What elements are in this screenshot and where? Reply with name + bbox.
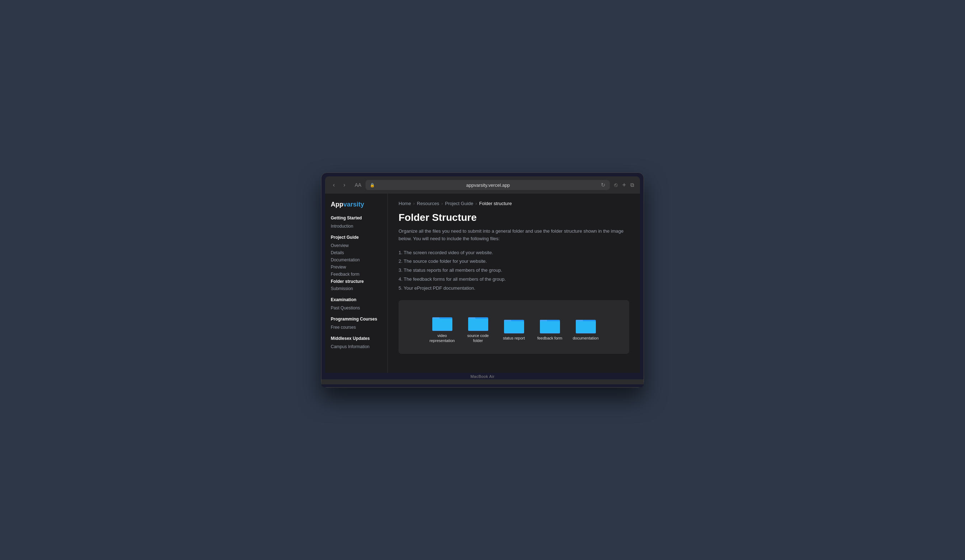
file-list-item-5: 5. Your eProject PDF documentation. <box>399 284 629 293</box>
breadcrumb-resources[interactable]: Resources <box>417 201 439 206</box>
sidebar-item-details[interactable]: Details <box>331 249 382 256</box>
logo-varsity: varsity <box>343 201 364 208</box>
laptop: ‹ › AA 🔒 appvarsity.vercel.app ↻ ⎋ + ⧉ A… <box>321 173 644 387</box>
folder-status-report-label: status report <box>503 336 525 341</box>
sidebar-item-documentation[interactable]: Documentation <box>331 256 382 263</box>
sidebar-section-project-guide: Project Guide <box>331 235 382 240</box>
breadcrumb-sep-1: › <box>413 201 415 206</box>
page-description: Organize all the files you need to submi… <box>399 228 629 243</box>
address-bar[interactable]: 🔒 appvarsity.vercel.app ↻ <box>366 180 610 190</box>
sidebar-section-getting-started: Getting Started <box>331 216 382 220</box>
new-tab-button[interactable]: + <box>622 181 626 189</box>
file-list-item-2: 2. The source code folder for your websi… <box>399 257 629 266</box>
url-text: appvarsity.vercel.app <box>377 183 599 188</box>
sidebar-item-campus-information[interactable]: Campus Information <box>331 343 382 350</box>
folder-status-report: status report <box>500 317 528 341</box>
svg-rect-15 <box>540 321 560 333</box>
sidebar-section-middlesex: Middlesex Updates <box>331 336 382 341</box>
macbook-label: MacBook Air <box>325 373 640 379</box>
sidebar-item-free-courses[interactable]: Free courses <box>331 324 382 331</box>
sidebar-section-programming: Programming Courses <box>331 317 382 322</box>
folder-status-report-icon <box>504 317 524 333</box>
laptop-base <box>321 379 644 384</box>
main-content: Home › Resources › Project Guide › Folde… <box>388 194 640 373</box>
reader-mode-button[interactable]: AA <box>355 182 361 188</box>
folder-video: video representation <box>428 314 457 343</box>
breadcrumb-sep-3: › <box>475 201 477 206</box>
folder-video-icon <box>432 314 452 331</box>
laptop-bottom <box>321 384 644 387</box>
svg-rect-3 <box>432 319 452 330</box>
file-list-item-4: 4. The feedback forms for all members of… <box>399 275 629 284</box>
sidebar-item-folder-structure[interactable]: Folder structure <box>331 278 382 285</box>
breadcrumb-project-guide[interactable]: Project Guide <box>445 201 474 206</box>
breadcrumb-sep-2: › <box>441 201 443 206</box>
sidebar-item-submission[interactable]: Submission <box>331 285 382 292</box>
sidebar-item-preview[interactable]: Preview <box>331 263 382 271</box>
sidebar-item-introduction[interactable]: Introduction <box>331 223 382 230</box>
folder-documentation-label: documentation <box>572 336 599 341</box>
sidebar-item-past-questions[interactable]: Past Questions <box>331 304 382 312</box>
file-list-item-1: 1. The screen recorded video of your web… <box>399 248 629 257</box>
folder-source-code-label: source code folder <box>464 333 492 343</box>
browser-toolbar: ‹ › AA 🔒 appvarsity.vercel.app ↻ ⎋ + ⧉ <box>331 180 634 194</box>
svg-rect-7 <box>468 319 488 330</box>
back-button[interactable]: ‹ <box>331 181 337 189</box>
folder-documentation: documentation <box>571 317 600 341</box>
folder-feedback-form-label: feedback form <box>537 336 563 341</box>
folder-documentation-icon <box>576 317 596 333</box>
page-title: Folder Structure <box>399 212 629 224</box>
logo-app: App <box>331 201 343 208</box>
share-button[interactable]: ⎋ <box>614 182 618 188</box>
sidebar-section-examination: Examination <box>331 297 382 302</box>
browser-content: Appvarsity Getting Started Introduction … <box>325 194 640 373</box>
breadcrumb-home[interactable]: Home <box>399 201 411 206</box>
tabs-button[interactable]: ⧉ <box>630 182 634 188</box>
file-list-item-3: 3. The status reports for all members of… <box>399 266 629 275</box>
sidebar: Appvarsity Getting Started Introduction … <box>325 194 388 373</box>
breadcrumb-current: Folder structure <box>479 201 512 206</box>
breadcrumb: Home › Resources › Project Guide › Folde… <box>399 201 629 206</box>
forward-button[interactable]: › <box>341 181 347 189</box>
lock-icon: 🔒 <box>370 183 375 188</box>
svg-rect-11 <box>504 321 524 333</box>
folder-source-code: source code folder <box>464 314 492 343</box>
svg-rect-19 <box>576 321 596 333</box>
folder-feedback-form-icon <box>540 317 560 333</box>
site-logo[interactable]: Appvarsity <box>331 201 382 208</box>
sidebar-item-overview[interactable]: Overview <box>331 242 382 249</box>
folder-image-area: video representation source code folder <box>399 300 629 354</box>
sidebar-item-feedback-form[interactable]: Feedback form <box>331 271 382 278</box>
folder-video-label: video representation <box>428 333 457 343</box>
reload-button[interactable]: ↻ <box>601 182 605 188</box>
folder-feedback-form: feedback form <box>536 317 564 341</box>
file-list: 1. The screen recorded video of your web… <box>399 248 629 293</box>
folder-source-code-icon <box>468 314 488 331</box>
browser-chrome: ‹ › AA 🔒 appvarsity.vercel.app ↻ ⎋ + ⧉ <box>325 176 640 194</box>
